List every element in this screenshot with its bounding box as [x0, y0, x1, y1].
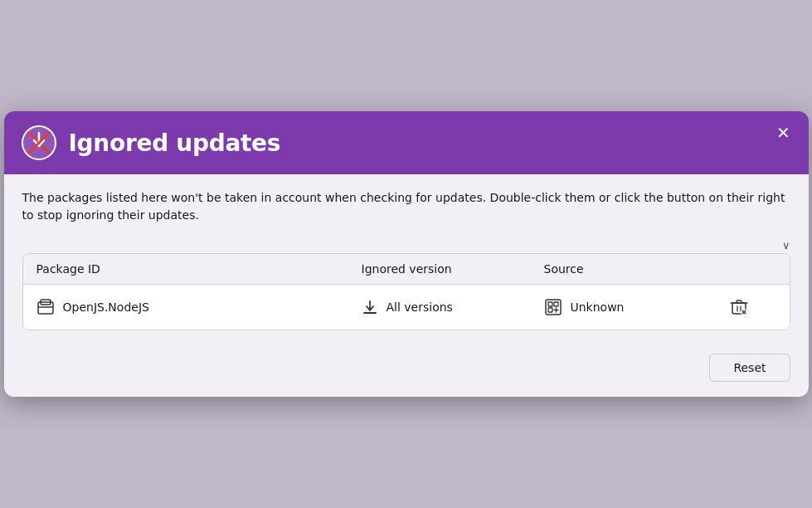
source-icon — [544, 298, 562, 316]
svg-rect-9 — [548, 302, 552, 306]
source-cell: Unknown — [544, 298, 727, 316]
action-cell[interactable] — [727, 295, 776, 320]
reset-button[interactable]: Reset — [709, 354, 790, 382]
trash-icon — [730, 298, 748, 316]
ignored-updates-dialog: Ignored updates ✕ The packages listed he… — [4, 111, 809, 397]
table-row[interactable]: OpenJS.NodeJS All versions — [23, 285, 790, 330]
dialog-header: Ignored updates ✕ — [4, 111, 809, 174]
download-icon — [362, 299, 378, 315]
col-actions — [727, 262, 776, 276]
description-text: The packages listed here won't be taken … — [22, 189, 790, 224]
col-source: Source — [544, 262, 727, 276]
dialog-title: Ignored updates — [69, 129, 281, 157]
packages-table: Package ID Ignored version Source OpenJS… — [22, 253, 790, 330]
close-icon: ✕ — [776, 123, 790, 143]
table-header: Package ID Ignored version Source — [23, 254, 790, 285]
dialog-footer: Reset — [4, 344, 809, 397]
chevron-down-icon: ∨ — [782, 239, 790, 252]
ignored-version-cell: All versions — [362, 299, 544, 315]
close-button[interactable]: ✕ — [772, 121, 795, 144]
col-ignored-version: Ignored version — [362, 262, 544, 276]
source-value: Unknown — [571, 300, 625, 314]
ignored-version-value: All versions — [387, 300, 453, 314]
col-package-id: Package ID — [36, 262, 362, 276]
svg-rect-10 — [554, 302, 558, 306]
remove-ignore-button[interactable] — [727, 295, 751, 320]
sort-indicator: ∨ — [22, 239, 790, 252]
dialog-body: The packages listed here won't be taken … — [4, 174, 809, 344]
no-update-icon — [21, 125, 57, 161]
package-id-value: OpenJS.NodeJS — [63, 300, 149, 314]
package-id-cell: OpenJS.NodeJS — [36, 298, 362, 316]
package-icon — [36, 298, 55, 316]
svg-rect-11 — [548, 308, 552, 312]
